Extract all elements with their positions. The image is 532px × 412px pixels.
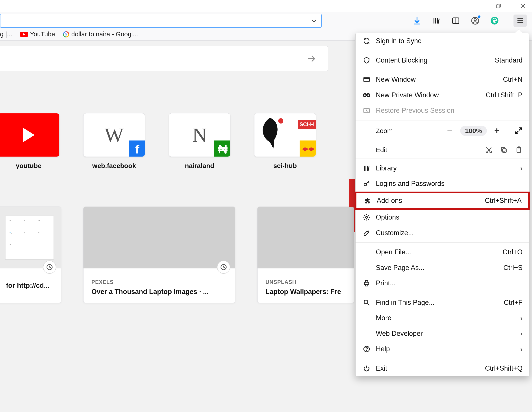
notification-dot-icon bbox=[478, 15, 480, 18]
menu-new-window[interactable]: New Window Ctrl+N bbox=[356, 72, 529, 87]
menu-web-developer[interactable]: · Web Developer › bbox=[356, 326, 529, 342]
svg-point-30 bbox=[367, 94, 369, 96]
cut-button[interactable] bbox=[485, 146, 493, 154]
menu-help[interactable]: Help › bbox=[356, 341, 529, 357]
top-site-nairaland[interactable]: N nairaland bbox=[169, 113, 230, 169]
zoom-in-button[interactable]: + bbox=[494, 126, 499, 136]
menu-state: Standard bbox=[495, 55, 522, 66]
facebook-icon: f bbox=[128, 140, 145, 157]
menu-label: Options bbox=[376, 212, 522, 223]
toolbar-actions bbox=[412, 15, 529, 27]
urlbar-history-dropdown-icon[interactable] bbox=[310, 17, 318, 24]
svg-point-47 bbox=[365, 216, 367, 218]
svg-line-52 bbox=[367, 303, 370, 305]
menu-shortcut: Ctrl+S bbox=[503, 263, 522, 273]
restore-icon bbox=[362, 107, 371, 114]
app-menu-button[interactable] bbox=[513, 15, 527, 27]
new-tab-search-box[interactable] bbox=[0, 46, 328, 71]
library-button[interactable] bbox=[432, 16, 441, 26]
menu-label: Content Blocking bbox=[376, 55, 490, 66]
bookmark-item-truncated[interactable]: g |... bbox=[0, 31, 12, 38]
menu-find-in-page[interactable]: Find in This Page... Ctrl+F bbox=[356, 295, 529, 310]
menu-label: New Private Window bbox=[376, 90, 481, 100]
svg-rect-38 bbox=[503, 149, 506, 152]
svg-point-54 bbox=[366, 350, 367, 351]
menu-label: Logins and Passwords bbox=[376, 178, 522, 189]
maximize-icon bbox=[496, 3, 501, 9]
svg-rect-39 bbox=[501, 147, 505, 151]
svg-point-14 bbox=[474, 19, 476, 21]
svg-rect-49 bbox=[365, 281, 368, 282]
search-icon bbox=[362, 299, 371, 306]
svg-point-29 bbox=[364, 94, 366, 96]
menu-label: Save Page As... bbox=[376, 263, 499, 273]
highlight-card-1[interactable]: ▭▭⊘ 🔍⚙⇱ ✎ for http://cd... bbox=[0, 206, 61, 303]
naira-icon bbox=[213, 140, 230, 157]
eye-icon bbox=[299, 140, 316, 157]
menu-shortcut: Ctrl+Shift+P bbox=[486, 90, 522, 100]
bookmark-label: g |... bbox=[0, 31, 12, 38]
menu-sign-in-to-sync[interactable]: Sign in to Sync bbox=[356, 33, 529, 49]
account-button[interactable] bbox=[470, 16, 480, 26]
menu-label: Customize... bbox=[376, 228, 522, 238]
menu-new-private-window[interactable]: New Private Window Ctrl+Shift+P bbox=[356, 87, 529, 103]
divider bbox=[507, 126, 507, 135]
menu-print[interactable]: Print... bbox=[356, 275, 529, 291]
url-bar[interactable] bbox=[0, 14, 322, 28]
menu-save-page-as[interactable]: · Save Page As... Ctrl+S bbox=[356, 260, 529, 276]
paintbrush-icon bbox=[362, 229, 371, 237]
menu-exit[interactable]: Exit Ctrl+Shift+Q bbox=[356, 361, 529, 376]
copy-button[interactable] bbox=[500, 146, 508, 154]
window-titlebar bbox=[0, 0, 532, 12]
printer-icon bbox=[362, 280, 371, 287]
menu-addons-highlighted: Add-ons Ctrl+Shift+A bbox=[355, 192, 530, 210]
menu-separator bbox=[356, 293, 529, 293]
youtube-icon bbox=[20, 32, 28, 37]
history-icon bbox=[43, 261, 56, 274]
menu-open-file[interactable]: · Open File... Ctrl+O bbox=[356, 244, 529, 260]
top-site-facebook[interactable]: W f web.facebook bbox=[83, 113, 145, 169]
menu-addons[interactable]: Add-ons Ctrl+Shift+A bbox=[356, 193, 528, 208]
menu-separator bbox=[356, 159, 529, 159]
window-close-button[interactable] bbox=[519, 2, 528, 10]
fullscreen-button[interactable] bbox=[515, 127, 522, 135]
sidebar-button[interactable] bbox=[451, 16, 461, 26]
google-icon: G bbox=[63, 31, 69, 37]
highlight-card-3[interactable]: UNSPLASH Laptop Wallpapers: Fre bbox=[257, 206, 354, 303]
menu-logins[interactable]: Logins and Passwords bbox=[356, 176, 529, 192]
menu-library[interactable]: Library › bbox=[356, 160, 529, 176]
svg-point-51 bbox=[364, 300, 368, 304]
menu-restore-session: Restore Previous Session bbox=[356, 103, 529, 119]
menu-content-blocking[interactable]: Content Blocking Standard bbox=[356, 53, 529, 68]
search-submit-icon[interactable] bbox=[306, 53, 317, 64]
menu-zoom-row: · Zoom − 100% + bbox=[356, 122, 529, 139]
highlight-card-2[interactable]: PEXELS Over a Thousand Laptop Images · .… bbox=[83, 206, 235, 303]
zoom-out-button[interactable]: − bbox=[447, 125, 453, 136]
paste-button[interactable] bbox=[515, 146, 522, 154]
top-site-youtube[interactable]: youtube bbox=[0, 113, 59, 169]
card-title: Over a Thousand Laptop Images · ... bbox=[91, 287, 227, 296]
downloads-button[interactable] bbox=[412, 16, 422, 26]
card-kicker: PEXELS bbox=[91, 279, 227, 285]
menu-customize[interactable]: Customize... bbox=[356, 225, 529, 241]
chevron-right-icon: › bbox=[520, 344, 522, 354]
gear-icon bbox=[362, 214, 371, 221]
chevron-right-icon: › bbox=[520, 328, 522, 338]
bookmark-item-youtube[interactable]: YouTube bbox=[20, 31, 55, 38]
zoom-level[interactable]: 100% bbox=[460, 126, 487, 136]
browser-toolbar bbox=[0, 12, 532, 28]
svg-point-22 bbox=[278, 118, 283, 123]
window-minimize-button[interactable] bbox=[469, 2, 478, 10]
menu-options[interactable]: Options bbox=[356, 210, 529, 225]
menu-separator bbox=[356, 243, 529, 243]
svg-line-10 bbox=[438, 19, 439, 24]
top-site-scihub[interactable]: SCI-H sci-hub bbox=[254, 113, 316, 169]
bookmark-item-google[interactable]: G dollar to naira - Googl... bbox=[63, 31, 138, 38]
grammarly-button[interactable] bbox=[490, 16, 499, 26]
sync-icon bbox=[362, 37, 371, 45]
menu-more[interactable]: · More › bbox=[356, 310, 529, 326]
menu-label: Add-ons bbox=[377, 196, 480, 206]
minimize-icon bbox=[471, 3, 477, 9]
window-maximize-button[interactable] bbox=[494, 2, 503, 10]
svg-point-46 bbox=[364, 183, 367, 186]
